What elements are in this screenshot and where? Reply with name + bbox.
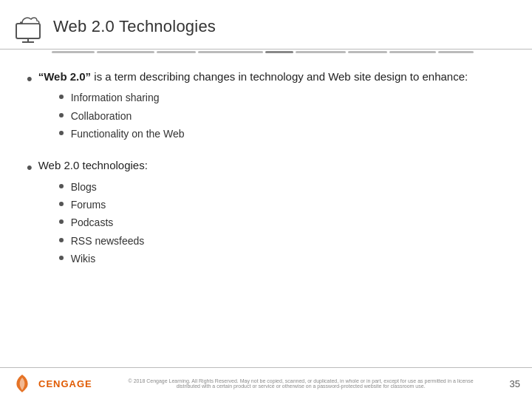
sub-bullet-dot xyxy=(59,219,64,224)
web20-bold: “Web 2.0” xyxy=(38,70,91,83)
footer-copyright-text: © 2018 Cengage Learning. All Rights Rese… xyxy=(123,378,478,389)
main-bullet-dot-1: • xyxy=(27,68,33,91)
nav-seg-1 xyxy=(52,51,95,53)
intro-bullet-text: “Web 2.0” is a term describing changes i… xyxy=(38,70,468,83)
tech-bullet: • Web 2.0 technologies: Blogs Forums Pod… xyxy=(27,157,505,268)
monitor-cloud-icon xyxy=(12,10,44,43)
nav-seg-7 xyxy=(348,51,387,53)
svg-rect-0 xyxy=(16,24,40,38)
cengage-brand-icon xyxy=(12,373,33,394)
sub-bullet-dot xyxy=(59,95,64,99)
sub-bullet-dot xyxy=(59,184,64,188)
sub-bullet-dot xyxy=(59,238,64,242)
sub-bullet-dot xyxy=(59,256,64,260)
intro-bullet-body: “Web 2.0” is a term describing changes i… xyxy=(38,68,468,143)
list-item: Forums xyxy=(59,197,148,213)
tech-bullet-text: Web 2.0 technologies: xyxy=(38,159,148,171)
slide-title: Web 2.0 Technologies xyxy=(53,17,216,36)
intro-bullet: • “Web 2.0” is a term describing changes… xyxy=(27,68,505,143)
slide-header: Web 2.0 Technologies xyxy=(0,0,532,50)
list-item: Information sharing xyxy=(59,89,468,106)
cengage-logo: CENGAGE xyxy=(12,373,92,394)
list-item: Blogs xyxy=(59,179,148,195)
tech-list: Blogs Forums Podcasts RSS newsfeeds Wiki… xyxy=(38,179,148,267)
list-item: Collaboration xyxy=(59,108,468,124)
cengage-brand-label: CENGAGE xyxy=(38,378,92,389)
sub-bullet-dot xyxy=(59,113,64,117)
nav-seg-4 xyxy=(198,51,263,53)
nav-seg-6 xyxy=(296,51,346,53)
slide-content: • “Web 2.0” is a term describing changes… xyxy=(0,55,532,290)
nav-decoration xyxy=(0,50,532,55)
list-item: RSS newsfeeds xyxy=(59,233,148,249)
page-number: 35 xyxy=(510,378,520,389)
nav-seg-2 xyxy=(97,51,154,53)
nav-seg-8 xyxy=(389,51,436,53)
main-bullet-dot-2: • xyxy=(27,157,33,180)
list-item: Functionality on the Web xyxy=(59,126,468,142)
nav-seg-3 xyxy=(157,51,196,53)
nav-seg-5 xyxy=(265,51,293,53)
sub-bullet-dot xyxy=(59,131,64,135)
enhance-list: Information sharing Collaboration Functi… xyxy=(38,89,468,142)
nav-seg-9 xyxy=(438,51,474,53)
list-item: Wikis xyxy=(59,250,148,267)
list-item: Podcasts xyxy=(59,214,148,231)
sub-bullet-dot xyxy=(59,202,64,206)
slide-footer: CENGAGE © 2018 Cengage Learning. All Rig… xyxy=(0,367,532,399)
tech-bullet-body: Web 2.0 technologies: Blogs Forums Podca… xyxy=(38,157,148,268)
